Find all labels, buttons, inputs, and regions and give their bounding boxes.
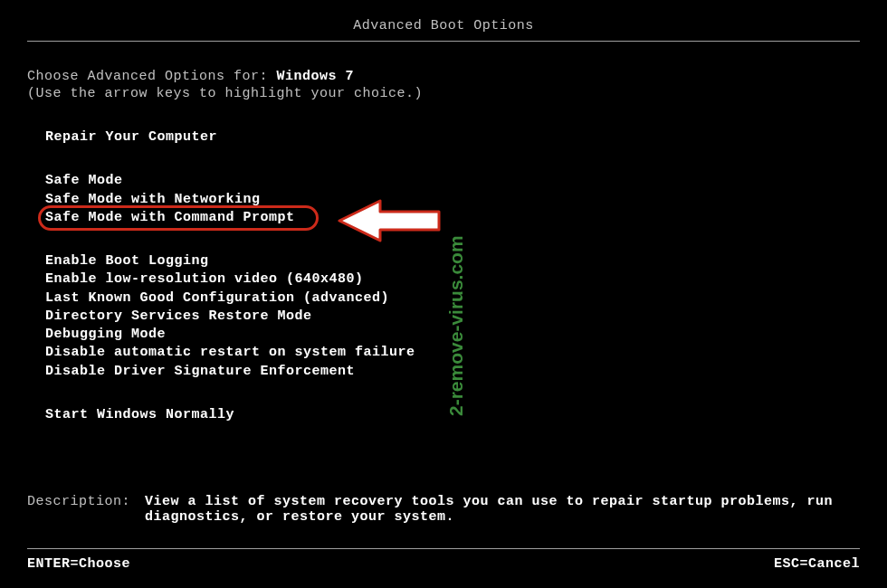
menu-low-resolution-video[interactable]: Enable low-resolution video (640x480): [45, 270, 364, 289]
boot-menu: Repair Your Computer Safe Mode Safe Mode…: [27, 128, 860, 424]
menu-debugging-mode[interactable]: Debugging Mode: [45, 326, 166, 344]
os-name: Windows 7: [277, 69, 355, 84]
title-bar: Advanced Boot Options: [27, 18, 860, 42]
enter-hint: ENTER=Choose: [27, 556, 130, 572]
prompt-block: Choose Advanced Options for: Windows 7 (…: [27, 69, 860, 101]
description-block: Description: View a list of system recov…: [27, 494, 860, 525]
menu-enable-boot-logging[interactable]: Enable Boot Logging: [45, 252, 209, 270]
description-label: Description:: [27, 494, 145, 525]
choose-prompt-label: Choose Advanced Options for:: [27, 69, 277, 84]
menu-disable-driver-signature[interactable]: Disable Driver Signature Enforcement: [45, 363, 355, 381]
menu-safe-mode[interactable]: Safe Mode: [45, 172, 123, 190]
menu-safe-mode-command-prompt[interactable]: Safe Mode with Command Prompt: [45, 209, 295, 227]
menu-last-known-good[interactable]: Last Known Good Configuration (advanced): [45, 289, 389, 308]
menu-directory-services-restore[interactable]: Directory Services Restore Mode: [45, 308, 312, 326]
screen-title: Advanced Boot Options: [353, 18, 534, 33]
menu-repair-computer[interactable]: Repair Your Computer: [45, 128, 217, 147]
esc-hint: ESC=Cancel: [774, 556, 860, 572]
arrow-keys-hint: (Use the arrow keys to highlight your ch…: [27, 86, 860, 101]
menu-disable-auto-restart[interactable]: Disable automatic restart on system fail…: [45, 344, 415, 362]
choose-prompt: Choose Advanced Options for: Windows 7: [27, 69, 860, 84]
menu-safe-mode-networking[interactable]: Safe Mode with Networking: [45, 191, 261, 209]
footer-hints: ENTER=Choose ESC=Cancel: [27, 548, 860, 572]
description-text: View a list of system recovery tools you…: [145, 494, 860, 525]
menu-start-windows-normally[interactable]: Start Windows Normally: [45, 406, 234, 424]
